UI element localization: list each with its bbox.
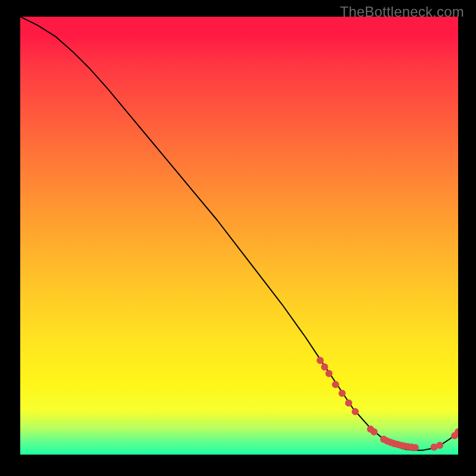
chart-dot: [412, 444, 419, 451]
chart-dot: [371, 428, 378, 436]
chart-plot-area: [20, 17, 458, 455]
chart-curve: [20, 17, 458, 450]
chart-dot: [332, 381, 339, 388]
chart-dot: [325, 370, 333, 377]
chart-dot: [345, 399, 352, 406]
chart-dot: [317, 357, 324, 364]
chart-dots: [317, 357, 458, 451]
chart-dot: [436, 442, 443, 449]
chart-overlay: [20, 17, 458, 455]
chart-dot: [352, 408, 359, 415]
chart-dot: [339, 390, 346, 397]
watermark-text: TheBottleneck.com: [340, 4, 464, 20]
chart-dot: [321, 364, 328, 371]
